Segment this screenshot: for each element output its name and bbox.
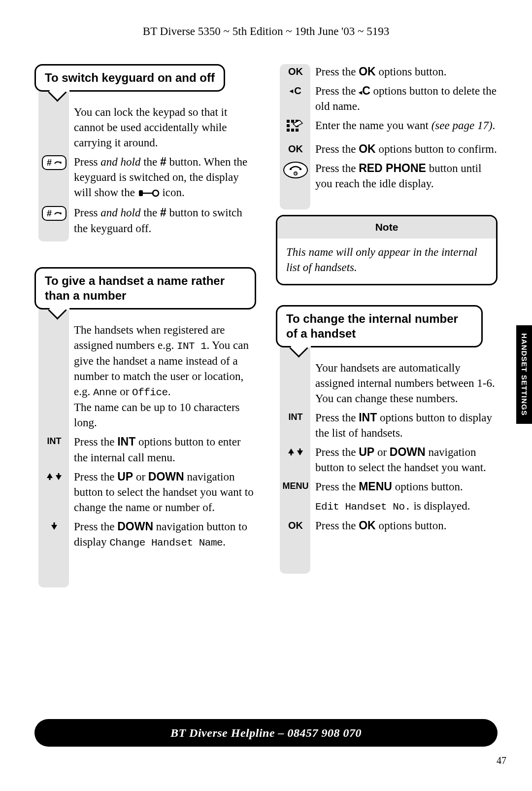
svg-rect-28	[299, 448, 301, 451]
step-text: Press the UP or DOWN navigation button t…	[74, 469, 256, 515]
footer-helpline: BT Diverse Helpline – 08457 908 070	[34, 719, 498, 747]
svg-marker-25	[288, 448, 294, 453]
svg-marker-5	[47, 473, 53, 478]
section-keyguard: To switch keyguard on and off You can lo…	[34, 64, 256, 245]
right-steps-block: OK Press the OK options button. ◂C Press…	[276, 64, 498, 200]
side-tab: HANDSET SETTINGS	[516, 325, 532, 424]
svg-marker-27	[297, 450, 303, 455]
svg-rect-18	[296, 129, 299, 132]
step-text: Edit Handset No. is displayed.	[315, 498, 498, 514]
ok-label-icon: OK	[288, 142, 303, 156]
svg-point-0	[60, 162, 62, 164]
svg-rect-1	[139, 190, 143, 196]
heading-text: To switch keyguard on and off	[45, 71, 215, 84]
heading-change-number: To change the internal number of a hands…	[276, 305, 483, 347]
step-ok1: OK Press the OK options button.	[276, 64, 498, 79]
step-text: Press the OK options button.	[315, 518, 498, 533]
key-lock-icon	[138, 186, 160, 201]
svg-rect-20	[290, 169, 292, 170]
svg-marker-7	[56, 475, 62, 480]
keypad-icon	[286, 119, 305, 138]
intro-text: Your handsets are automatically assigned…	[315, 360, 498, 406]
step-text: Press the MENU options button.	[315, 479, 498, 494]
svg-marker-19	[293, 120, 302, 127]
ok-label-icon: OK	[288, 65, 303, 78]
menu-label-icon: MENU	[283, 480, 309, 492]
left-column: To switch keyguard on and off You can lo…	[34, 64, 256, 576]
note-body: This name will only appear in the intern…	[286, 244, 487, 275]
up-down-arrows-icon	[46, 470, 63, 485]
step-text: Press the RED PHONE button until you rea…	[315, 161, 498, 191]
ok-label-icon: OK	[288, 519, 303, 532]
heading-text: To change the internal number of a hands…	[286, 312, 458, 340]
section-change-number: To change the internal number of a hands…	[276, 305, 498, 543]
step-text: Press the INT options button to display …	[315, 410, 498, 441]
svg-rect-21	[299, 169, 301, 170]
heading-keyguard: To switch keyguard on and off	[34, 64, 225, 92]
red-phone-icon	[283, 162, 308, 178]
svg-rect-26	[291, 453, 292, 455]
up-down-arrows-icon	[287, 446, 304, 461]
svg-rect-11	[287, 120, 290, 123]
step-text: Press the UP or DOWN navigation button t…	[315, 445, 498, 475]
step-text: Press the DOWN navigation button to disp…	[74, 519, 256, 550]
page-number: 47	[497, 754, 506, 767]
heading-name-handset: To give a handset a name rather than a n…	[34, 267, 256, 310]
step-ok: OK Press the OK options button.	[276, 518, 498, 533]
intro-text: The handsets when registered are assigne…	[74, 322, 256, 431]
intro-text: You can lock the keypad so that it canno…	[74, 104, 256, 150]
hash-key-icon: #	[42, 155, 66, 170]
right-column: OK Press the OK options button. ◂C Press…	[276, 64, 498, 576]
down-arrow-icon	[50, 520, 59, 535]
svg-rect-17	[291, 129, 294, 132]
svg-point-4	[60, 212, 62, 214]
svg-marker-9	[51, 525, 57, 530]
int-label-icon: INT	[47, 435, 62, 447]
step-text: Press and hold the # button to switch th…	[74, 205, 256, 236]
c-back-label-icon: ◂C	[290, 84, 301, 98]
step-text: Press the ◂C options button to delete th…	[315, 83, 498, 114]
grey-strip	[38, 309, 69, 587]
step-text: Enter the name you want (see page 17).	[315, 118, 498, 133]
svg-rect-8	[58, 473, 60, 476]
svg-rect-6	[49, 478, 51, 480]
note-title: Note	[277, 216, 496, 238]
int-label-icon: INT	[289, 411, 303, 423]
note-box: Note This name will only appear in the i…	[276, 215, 498, 285]
hash-key-icon: #	[42, 206, 66, 221]
section-name-handset: To give a handset a name rather than a n…	[34, 267, 256, 559]
svg-rect-16	[287, 129, 290, 132]
step-text: Press the INT options button to enter th…	[74, 434, 256, 465]
step-enter-name: Enter the name you want (see page 17).	[276, 118, 498, 138]
svg-rect-12	[291, 120, 294, 123]
step-text: Press and hold the # button. When the ke…	[74, 154, 256, 201]
content-area: To switch keyguard on and off You can lo…	[34, 64, 498, 576]
step-text: Press the OK options button to confirm.	[315, 141, 498, 157]
step-text: Press the OK options button.	[315, 64, 498, 79]
page-header: BT Diverse 5350 ~ 5th Edition ~ 19th Jun…	[0, 0, 532, 39]
step-ok2: OK Press the OK options button to confir…	[276, 141, 498, 157]
svg-rect-14	[287, 124, 290, 127]
svg-rect-10	[54, 522, 55, 525]
heading-text: To give a handset a name rather than a n…	[45, 274, 225, 302]
